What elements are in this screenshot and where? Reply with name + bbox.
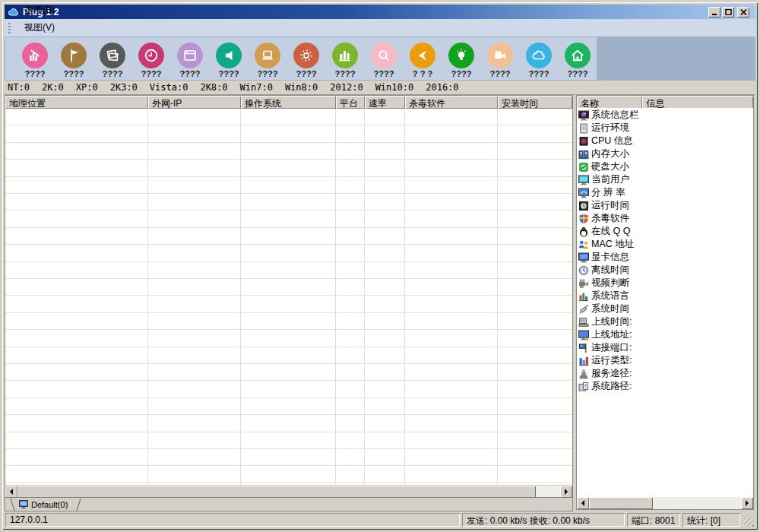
scroll-thumb[interactable] [589,497,653,509]
detail-item[interactable]: 运行环境 [577,122,753,135]
search-icon [371,43,397,68]
detail-item[interactable]: 显卡信息 [577,251,753,264]
detail-column-header-1[interactable]: 名称 [577,96,642,109]
toolbar-button-12[interactable]: ???? [443,37,480,78]
os-counter: XP:0 [76,82,98,93]
column-header-7[interactable]: 安装时间 [498,96,572,109]
detail-item[interactable]: 运行时间 [577,199,753,212]
detail-item[interactable]: 系统路径: [577,380,753,393]
menu-grip[interactable] [8,23,11,33]
grid-line [497,109,498,485]
status-segment-1: 127.0.0.1 [5,513,460,527]
sun-icon [293,43,319,68]
detail-item[interactable]: 分 辨 率 [577,186,753,199]
current-user-icon [578,175,589,185]
detail-item[interactable]: 服务途径: [577,367,753,380]
os-counter: Vista:0 [150,82,188,93]
column-header-5[interactable]: 速率 [365,96,405,109]
os-counter: 2016:0 [426,82,458,93]
menu-item-1[interactable]: 视图(V) [15,19,65,36]
detail-item-label: 系统路径: [591,380,632,393]
toolbar-button-label: ???? [374,69,394,78]
toolbar-button-1[interactable]: ???? [17,37,53,78]
title-bar: Plug 1.2 [5,5,755,19]
detail-item[interactable]: 运行类型: [577,354,753,367]
toolbar-button-6[interactable]: ???? [211,37,247,78]
detail-item-label: 系统时间 [591,302,629,315]
detail-item[interactable]: 离线时间 [577,264,753,277]
syspath-icon [578,382,589,392]
column-header-2[interactable]: 外网-IP [148,96,241,109]
bulb-icon [452,46,470,65]
toolbar-button-14[interactable]: ???? [521,37,557,78]
detail-item[interactable]: 硬盘大小 [577,160,753,173]
pc-icon [19,500,29,509]
detail-column-header-2[interactable]: 信息 [642,96,753,109]
uptime-icon [578,201,589,211]
scroll-left-icon[interactable] [577,497,589,509]
minimize-button[interactable] [708,7,720,17]
toolbar-button-4[interactable]: ???? [133,37,169,78]
scroll-left-icon[interactable] [5,486,17,498]
detail-item[interactable]: 系统信息栏 [577,109,753,122]
column-header-1[interactable]: 地理位置 [5,96,148,109]
toolbar-button-label: ???? [25,69,46,78]
grid-line [364,109,365,485]
grid-line [147,109,148,485]
toolbar-button-10[interactable]: ???? [366,37,402,78]
detail-item[interactable]: 视频判断 [577,277,753,290]
detail-item[interactable]: 杀毒软件 [577,212,753,225]
maximize-button[interactable] [722,7,734,17]
menu-item-0[interactable]: 选项(B) [15,2,65,19]
toolbar-button-label: ???? [451,69,472,78]
detail-item[interactable]: 内存大小 [577,147,753,160]
os-counter: Win10:0 [375,82,414,93]
tab-default-group[interactable]: Default(0) [17,499,74,511]
detail-item-label: 杀毒软件 [591,212,629,225]
toolbar-button-label: ???? [568,69,588,78]
column-header-4[interactable]: 平台 [336,96,365,109]
detail-item[interactable]: MAC 地址 [577,238,753,251]
os-counter: Win8:0 [285,82,318,93]
detail-item-label: 运行时间 [591,199,629,212]
detail-item[interactable]: 当前用户 [577,173,753,186]
detail-item[interactable]: 上线地址: [577,328,753,341]
column-header-6[interactable]: 杀毒软件 [405,96,498,109]
resize-grip-icon[interactable] [744,517,754,527]
back-arrow-icon [413,46,432,65]
toolbar-button-13[interactable]: ???? [482,37,518,78]
toolbar-button-15[interactable]: ???? [559,37,596,78]
toolbar-button-8[interactable]: ???? [288,37,325,78]
toolbar-button-2[interactable]: ???? [55,37,92,78]
column-header-3[interactable]: 操作系统 [241,96,336,109]
grid-line [404,109,405,485]
detail-item[interactable]: 系统时间 [577,302,753,315]
flag-icon [65,46,83,65]
detail-item[interactable]: 上线时间: [577,315,753,328]
service-icon [578,369,589,379]
toolbar-button-label: ???? [335,69,356,78]
scroll-thumb[interactable] [17,486,536,498]
detail-item[interactable]: 连接端口: [577,341,753,354]
toolbar-button-5[interactable]: ???? [172,37,208,78]
toolbar-button-3[interactable]: ???? [94,37,131,78]
detail-item[interactable]: 系统语言 [577,290,753,302]
scroll-right-icon[interactable] [741,497,753,509]
table-body[interactable] [5,109,572,485]
toolbar-button-7[interactable]: ???? [249,37,286,78]
toolbar-button-9[interactable]: ???? [327,37,363,78]
detail-item[interactable]: CPU 信息 [577,135,753,147]
port-icon [578,343,589,353]
grid-line [240,109,241,485]
detail-item-label: 上线时间: [591,315,632,328]
video-icon [578,278,589,289]
app-window: Plug 1.2 选项(B)视图(V)操作(O) ???????????????… [0,0,760,532]
detail-item-label: 运行类型: [591,354,632,367]
detail-item[interactable]: 在线 Q Q [577,225,753,238]
os-counter: 2K3:0 [110,82,138,93]
detail-item-label: 上线地址: [591,328,632,341]
scroll-right-icon[interactable] [560,486,572,498]
close-button[interactable] [737,7,749,17]
toolbar-button-11[interactable]: ? ? ? [404,37,441,78]
antivirus-icon [578,214,589,224]
